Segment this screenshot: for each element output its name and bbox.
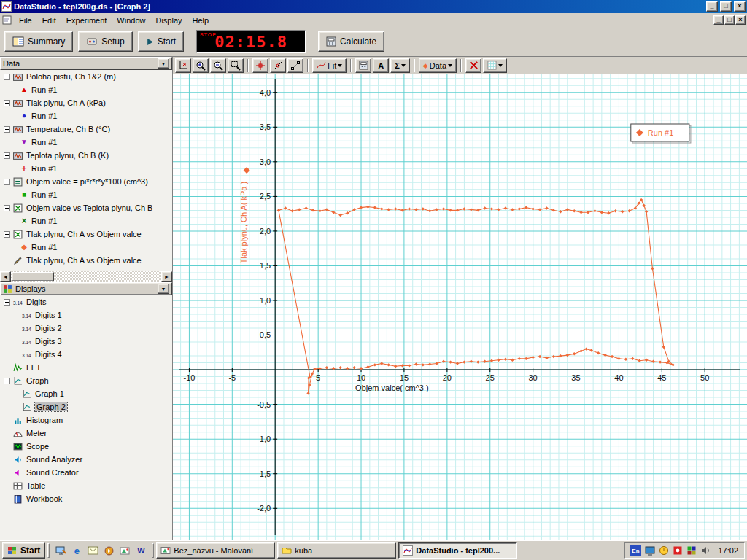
display-item[interactable]: Sound Creator bbox=[0, 466, 172, 479]
collapse-icon[interactable] bbox=[4, 152, 10, 159]
calculator-tool-button[interactable] bbox=[355, 58, 371, 73]
scale-to-fit-button[interactable] bbox=[175, 58, 191, 73]
zoom-out-button[interactable] bbox=[210, 58, 226, 73]
folder-icon bbox=[282, 545, 292, 556]
outlook-icon[interactable] bbox=[86, 544, 99, 557]
calculate-button[interactable]: Calculate bbox=[318, 31, 384, 52]
menu-experiment[interactable]: Experiment bbox=[61, 14, 112, 27]
calc-icon bbox=[13, 177, 23, 187]
close-button[interactable]: × bbox=[734, 1, 746, 12]
display-settings-icon[interactable] bbox=[645, 545, 655, 556]
svg-text:45: 45 bbox=[657, 373, 666, 382]
data-panel-menu-button[interactable]: ▼ bbox=[158, 58, 169, 69]
display-child-item[interactable]: 3.14Digits 2 bbox=[0, 322, 172, 335]
smart-tool-button[interactable] bbox=[252, 58, 268, 73]
text-tool-button[interactable]: A bbox=[373, 58, 389, 73]
data-source-item[interactable]: Tlak plynu, Ch A (kPa) bbox=[0, 96, 172, 109]
display-item[interactable]: Sound Analyzer bbox=[0, 453, 172, 466]
graphics-utility-icon[interactable] bbox=[686, 545, 697, 556]
statistics-dropdown[interactable]: Σ bbox=[390, 58, 410, 73]
run-item[interactable]: ◆Run #1 bbox=[0, 241, 172, 254]
restore-button[interactable]: □ bbox=[720, 1, 732, 12]
collapse-icon[interactable] bbox=[4, 231, 10, 238]
fit-dropdown[interactable]: Fit bbox=[312, 58, 347, 73]
data-tree-hscrollbar[interactable]: ◄ ► bbox=[0, 271, 172, 282]
data-source-item[interactable]: Tlak plynu, Ch A vs Objem valce bbox=[0, 254, 172, 267]
data-source-item[interactable]: Objem valce = pi*r*r*y*100 (cm^3) bbox=[0, 175, 172, 188]
display-item[interactable]: FFT bbox=[0, 361, 172, 374]
display-item[interactable]: Meter bbox=[0, 427, 172, 440]
display-item[interactable]: 3.14Digits bbox=[0, 295, 172, 308]
data-source-item[interactable]: Tlak plynu, Ch A vs Objem valce bbox=[0, 228, 172, 241]
summary-button[interactable]: Summary bbox=[4, 31, 73, 52]
volume-icon[interactable] bbox=[700, 545, 711, 556]
show-desktop-icon[interactable] bbox=[54, 544, 67, 557]
taskbar-clock[interactable]: 17:02 bbox=[714, 546, 738, 555]
remove-data-button[interactable] bbox=[465, 58, 481, 73]
zoom-select-button[interactable] bbox=[228, 58, 244, 73]
word-icon[interactable]: W bbox=[134, 544, 147, 557]
displays-panel-menu-button[interactable]: ▼ bbox=[158, 284, 169, 294]
paint-quick-icon[interactable] bbox=[118, 544, 131, 557]
slope-tool-button[interactable] bbox=[270, 58, 286, 73]
collapse-icon[interactable] bbox=[4, 100, 10, 106]
child-close-button[interactable]: × bbox=[735, 15, 746, 25]
svg-text:Tlak plynu, Ch A( kPa ): Tlak plynu, Ch A( kPa ) bbox=[239, 182, 248, 263]
display-item[interactable]: Graph bbox=[0, 374, 172, 387]
child-restore-button[interactable]: □ bbox=[724, 15, 735, 25]
display-item[interactable]: Histogram bbox=[0, 413, 172, 427]
scrollbar-thumb[interactable] bbox=[12, 272, 54, 281]
minimize-button[interactable]: _ bbox=[706, 1, 718, 12]
child-minimize-button[interactable]: _ bbox=[713, 15, 724, 25]
menu-help[interactable]: Help bbox=[187, 14, 214, 27]
run-item[interactable]: ×Run #1 bbox=[0, 214, 172, 228]
display-child-item[interactable]: 3.14Digits 4 bbox=[0, 348, 172, 361]
scroll-right-icon[interactable]: ► bbox=[161, 271, 172, 282]
display-child-item[interactable]: Graph 1 bbox=[0, 387, 172, 400]
antivirus-icon[interactable] bbox=[673, 545, 683, 556]
menu-window[interactable]: Window bbox=[112, 14, 150, 27]
svg-text:10: 10 bbox=[357, 373, 365, 382]
taskbar-task-button[interactable]: Bez_názvu - Malování bbox=[156, 542, 275, 559]
run-item[interactable]: +Run #1 bbox=[0, 162, 172, 175]
setup-button[interactable]: Setup bbox=[78, 31, 132, 52]
display-child-item[interactable]: Graph 2 bbox=[0, 400, 172, 413]
media-player-icon[interactable] bbox=[102, 544, 115, 557]
graph-settings-dropdown[interactable] bbox=[483, 58, 507, 73]
run-item[interactable]: ▲Run #1 bbox=[0, 83, 172, 96]
data-dropdown[interactable]: ◆ Data bbox=[419, 58, 457, 73]
collapse-icon[interactable] bbox=[4, 299, 10, 306]
display-child-item[interactable]: 3.14Digits 1 bbox=[0, 308, 172, 322]
start-menu-button[interactable]: Start bbox=[2, 542, 45, 559]
menu-file[interactable]: File bbox=[14, 14, 37, 27]
collapse-icon[interactable] bbox=[4, 179, 10, 185]
data-source-item[interactable]: Objem valce vs Teplota plynu, Ch B bbox=[0, 201, 172, 214]
data-source-item[interactable]: Teplota plynu, Ch B (K) bbox=[0, 149, 172, 162]
menu-display[interactable]: Display bbox=[150, 14, 187, 27]
display-item[interactable]: Workbook bbox=[0, 492, 172, 505]
display-item[interactable]: Table bbox=[0, 479, 172, 492]
display-child-item[interactable]: 3.14Digits 3 bbox=[0, 335, 172, 348]
scheduler-icon[interactable] bbox=[659, 545, 669, 556]
data-source-item[interactable]: Temperature, Ch B (°C) bbox=[0, 122, 172, 136]
note-tool-button[interactable] bbox=[287, 58, 303, 73]
taskbar-task-button[interactable]: DataStudio - tepl200... bbox=[398, 542, 517, 559]
graph-svg[interactable]: -10-551015202530354045504,03,53,02,52,01… bbox=[173, 74, 747, 540]
start-button[interactable]: Start bbox=[138, 31, 184, 52]
collapse-icon[interactable] bbox=[4, 378, 10, 384]
keyboard-layout-indicator[interactable]: En bbox=[630, 545, 641, 556]
graph-area[interactable]: -10-551015202530354045504,03,53,02,52,01… bbox=[173, 74, 747, 540]
collapse-icon[interactable] bbox=[4, 126, 10, 133]
menu-edit[interactable]: Edit bbox=[37, 14, 61, 27]
data-source-item[interactable]: Poloha pistu, Ch 1&2 (m) bbox=[0, 70, 172, 83]
taskbar-task-button[interactable]: kuba bbox=[277, 542, 396, 559]
run-item[interactable]: ▼Run #1 bbox=[0, 136, 172, 149]
ie-icon[interactable]: e bbox=[70, 544, 83, 557]
display-item[interactable]: Scope bbox=[0, 440, 172, 453]
collapse-icon[interactable] bbox=[4, 74, 10, 80]
scroll-left-icon[interactable]: ◄ bbox=[0, 271, 11, 282]
run-item[interactable]: ●Run #1 bbox=[0, 109, 172, 122]
collapse-icon[interactable] bbox=[4, 205, 10, 211]
run-item[interactable]: ■Run #1 bbox=[0, 188, 172, 201]
zoom-in-button[interactable] bbox=[193, 58, 209, 73]
